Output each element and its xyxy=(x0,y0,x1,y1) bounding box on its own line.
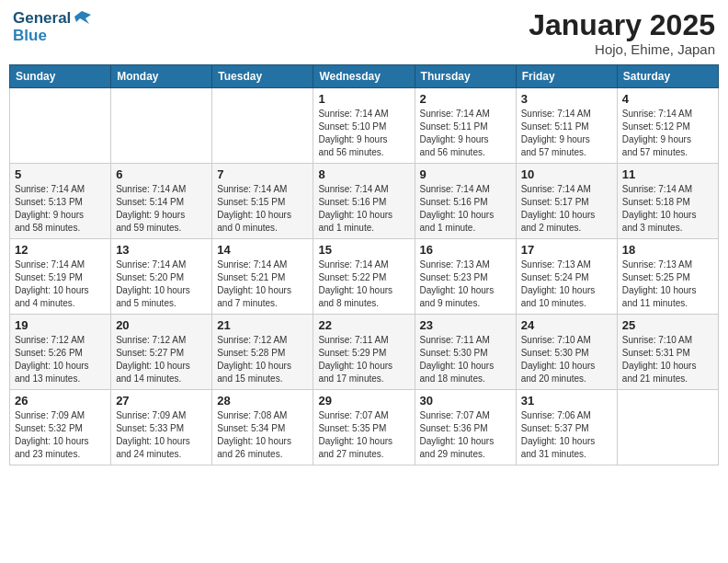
day-number: 21 xyxy=(217,318,308,332)
table-row: 28Sunrise: 7:08 AMSunset: 5:34 PMDayligh… xyxy=(212,390,313,465)
table-row: 21Sunrise: 7:12 AMSunset: 5:28 PMDayligh… xyxy=(212,315,313,390)
table-row: 2Sunrise: 7:14 AMSunset: 5:11 PMDaylight… xyxy=(415,88,516,164)
table-row: 31Sunrise: 7:06 AMSunset: 5:37 PMDayligh… xyxy=(516,390,617,465)
day-number: 28 xyxy=(217,394,308,408)
day-info: Sunrise: 7:14 AMSunset: 5:20 PMDaylight:… xyxy=(116,259,207,310)
table-row: 25Sunrise: 7:10 AMSunset: 5:31 PMDayligh… xyxy=(617,315,718,390)
day-number: 15 xyxy=(318,243,409,257)
header-thursday: Thursday xyxy=(415,65,516,88)
table-row xyxy=(212,88,313,164)
day-number: 22 xyxy=(318,318,409,332)
day-number: 24 xyxy=(521,318,612,332)
day-number: 30 xyxy=(420,394,511,408)
day-number: 4 xyxy=(622,92,713,106)
table-row: 7Sunrise: 7:14 AMSunset: 5:15 PMDaylight… xyxy=(212,164,313,239)
header-sunday: Sunday xyxy=(10,65,111,88)
day-info: Sunrise: 7:11 AMSunset: 5:30 PMDaylight:… xyxy=(420,334,511,385)
day-info: Sunrise: 7:12 AMSunset: 5:28 PMDaylight:… xyxy=(217,334,308,385)
header-saturday: Saturday xyxy=(617,65,718,88)
day-info: Sunrise: 7:14 AMSunset: 5:19 PMDaylight:… xyxy=(15,259,106,310)
day-info: Sunrise: 7:07 AMSunset: 5:36 PMDaylight:… xyxy=(420,409,511,461)
table-row: 29Sunrise: 7:07 AMSunset: 5:35 PMDayligh… xyxy=(313,390,415,465)
table-row: 17Sunrise: 7:13 AMSunset: 5:24 PMDayligh… xyxy=(516,239,617,315)
calendar-week-row: 12Sunrise: 7:14 AMSunset: 5:19 PMDayligh… xyxy=(10,239,719,315)
day-info: Sunrise: 7:14 AMSunset: 5:21 PMDaylight:… xyxy=(217,259,308,310)
table-row: 4Sunrise: 7:14 AMSunset: 5:12 PMDaylight… xyxy=(617,88,718,164)
table-row: 16Sunrise: 7:13 AMSunset: 5:23 PMDayligh… xyxy=(415,239,516,315)
calendar-table: Sunday Monday Tuesday Wednesday Thursday… xyxy=(9,64,719,465)
day-number: 27 xyxy=(116,394,207,408)
logo-blue: Blue xyxy=(13,28,91,45)
table-row: 20Sunrise: 7:12 AMSunset: 5:27 PMDayligh… xyxy=(111,315,212,390)
day-info: Sunrise: 7:12 AMSunset: 5:26 PMDaylight:… xyxy=(15,334,106,385)
day-info: Sunrise: 7:14 AMSunset: 5:11 PMDaylight:… xyxy=(420,108,511,159)
day-info: Sunrise: 7:10 AMSunset: 5:31 PMDaylight:… xyxy=(622,334,713,385)
header-wednesday: Wednesday xyxy=(313,65,415,88)
day-info: Sunrise: 7:14 AMSunset: 5:16 PMDaylight:… xyxy=(318,183,409,235)
calendar-title: January 2025 xyxy=(529,9,715,41)
day-number: 12 xyxy=(15,243,106,257)
table-row: 1Sunrise: 7:14 AMSunset: 5:10 PMDaylight… xyxy=(313,88,415,164)
day-info: Sunrise: 7:14 AMSunset: 5:16 PMDaylight:… xyxy=(420,183,511,235)
page-header: General Blue January 2025 Hojo, Ehime, J… xyxy=(9,9,719,57)
day-info: Sunrise: 7:14 AMSunset: 5:13 PMDaylight:… xyxy=(15,183,106,235)
table-row: 8Sunrise: 7:14 AMSunset: 5:16 PMDaylight… xyxy=(313,164,415,239)
day-info: Sunrise: 7:10 AMSunset: 5:30 PMDaylight:… xyxy=(521,334,612,385)
table-row xyxy=(617,390,718,465)
table-row: 15Sunrise: 7:14 AMSunset: 5:22 PMDayligh… xyxy=(313,239,415,315)
day-info: Sunrise: 7:14 AMSunset: 5:17 PMDaylight:… xyxy=(521,183,612,235)
table-row: 10Sunrise: 7:14 AMSunset: 5:17 PMDayligh… xyxy=(516,164,617,239)
table-row: 9Sunrise: 7:14 AMSunset: 5:16 PMDaylight… xyxy=(415,164,516,239)
header-tuesday: Tuesday xyxy=(212,65,313,88)
svg-marker-0 xyxy=(74,11,91,24)
day-info: Sunrise: 7:09 AMSunset: 5:32 PMDaylight:… xyxy=(15,409,106,461)
day-info: Sunrise: 7:14 AMSunset: 5:12 PMDaylight:… xyxy=(622,108,713,159)
day-info: Sunrise: 7:11 AMSunset: 5:29 PMDaylight:… xyxy=(318,334,409,385)
day-number: 5 xyxy=(15,167,106,181)
day-number: 31 xyxy=(521,394,612,408)
table-row: 26Sunrise: 7:09 AMSunset: 5:32 PMDayligh… xyxy=(10,390,111,465)
day-info: Sunrise: 7:14 AMSunset: 5:14 PMDaylight:… xyxy=(116,183,207,235)
table-row: 6Sunrise: 7:14 AMSunset: 5:14 PMDaylight… xyxy=(111,164,212,239)
day-info: Sunrise: 7:12 AMSunset: 5:27 PMDaylight:… xyxy=(116,334,207,385)
day-number: 1 xyxy=(318,92,409,106)
day-number: 18 xyxy=(622,243,713,257)
table-row: 19Sunrise: 7:12 AMSunset: 5:26 PMDayligh… xyxy=(10,315,111,390)
day-number: 19 xyxy=(15,318,106,332)
table-row xyxy=(10,88,111,164)
table-row: 12Sunrise: 7:14 AMSunset: 5:19 PMDayligh… xyxy=(10,239,111,315)
calendar-week-row: 19Sunrise: 7:12 AMSunset: 5:26 PMDayligh… xyxy=(10,315,719,390)
table-row: 11Sunrise: 7:14 AMSunset: 5:18 PMDayligh… xyxy=(617,164,718,239)
day-info: Sunrise: 7:14 AMSunset: 5:15 PMDaylight:… xyxy=(217,183,308,235)
table-row: 27Sunrise: 7:09 AMSunset: 5:33 PMDayligh… xyxy=(111,390,212,465)
day-info: Sunrise: 7:09 AMSunset: 5:33 PMDaylight:… xyxy=(116,409,207,461)
day-info: Sunrise: 7:14 AMSunset: 5:22 PMDaylight:… xyxy=(318,259,409,310)
logo-general: General xyxy=(13,10,71,28)
day-number: 16 xyxy=(420,243,511,257)
calendar-week-row: 5Sunrise: 7:14 AMSunset: 5:13 PMDaylight… xyxy=(10,164,719,239)
day-info: Sunrise: 7:13 AMSunset: 5:23 PMDaylight:… xyxy=(420,259,511,310)
day-number: 20 xyxy=(116,318,207,332)
day-info: Sunrise: 7:13 AMSunset: 5:25 PMDaylight:… xyxy=(622,259,713,310)
day-number: 9 xyxy=(420,167,511,181)
day-number: 14 xyxy=(217,243,308,257)
logo-bird-icon xyxy=(73,9,91,28)
day-info: Sunrise: 7:14 AMSunset: 5:18 PMDaylight:… xyxy=(622,183,713,235)
day-number: 26 xyxy=(15,394,106,408)
day-number: 2 xyxy=(420,92,511,106)
day-number: 17 xyxy=(521,243,612,257)
table-row xyxy=(111,88,212,164)
table-row: 30Sunrise: 7:07 AMSunset: 5:36 PMDayligh… xyxy=(415,390,516,465)
table-row: 24Sunrise: 7:10 AMSunset: 5:30 PMDayligh… xyxy=(516,315,617,390)
table-row: 3Sunrise: 7:14 AMSunset: 5:11 PMDaylight… xyxy=(516,88,617,164)
day-number: 25 xyxy=(622,318,713,332)
header-friday: Friday xyxy=(516,65,617,88)
day-number: 29 xyxy=(318,394,409,408)
day-number: 8 xyxy=(318,167,409,181)
day-info: Sunrise: 7:08 AMSunset: 5:34 PMDaylight:… xyxy=(217,409,308,461)
calendar-subtitle: Hojo, Ehime, Japan xyxy=(529,41,715,57)
day-number: 11 xyxy=(622,167,713,181)
day-number: 7 xyxy=(217,167,308,181)
day-number: 6 xyxy=(116,167,207,181)
table-row: 18Sunrise: 7:13 AMSunset: 5:25 PMDayligh… xyxy=(617,239,718,315)
